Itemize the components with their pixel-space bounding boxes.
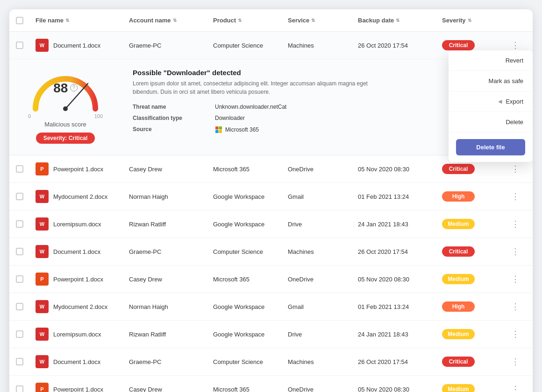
row-actions[interactable]: ⋮ xyxy=(502,348,522,375)
rows-container: P Powerpoint 1.docx Casey Drew Microsoft… xyxy=(9,155,533,392)
sort-icon-file-name: ⇅ xyxy=(65,18,69,23)
row-checkbox-cell[interactable] xyxy=(9,296,30,317)
row-actions[interactable]: ⋮ xyxy=(502,321,522,348)
row-checkbox-cell[interactable] xyxy=(9,351,30,372)
more-button[interactable]: ⋮ xyxy=(507,245,523,259)
row-product: Computer Science xyxy=(207,352,282,372)
more-button[interactable]: ⋮ xyxy=(507,355,523,369)
row-checkbox[interactable] xyxy=(16,358,23,365)
expanded-panel: 88 ? 0 100 Malicious score Severity: Cri… xyxy=(9,59,533,155)
row-checkbox-cell[interactable] xyxy=(9,241,30,262)
row-checkbox-cell[interactable] xyxy=(9,269,30,289)
row-severity: Medium xyxy=(436,322,502,346)
row-checkbox[interactable] xyxy=(16,193,23,200)
more-button[interactable]: ⋮ xyxy=(507,272,523,286)
row-checkbox-cell[interactable] xyxy=(9,214,30,234)
sort-icon-backup-date: ⇅ xyxy=(396,18,399,23)
table-row: W Loremipsum.docx Rizwan Ratliff Google … xyxy=(9,321,533,348)
table-row: W Mydocument 2.docx Norman Haigh Google … xyxy=(9,183,533,210)
gauge-labels: 0 100 xyxy=(28,113,103,119)
row-product: Google Workspace xyxy=(207,297,282,317)
row-checkbox-cell[interactable] xyxy=(9,379,30,392)
row-checkbox[interactable] xyxy=(16,220,23,228)
context-menu: Revert Mark as safe ◀ Export Delete Dele… xyxy=(449,50,533,162)
source-label: Source xyxy=(133,126,207,133)
more-button[interactable]: ⋮ xyxy=(507,162,523,176)
row-checkbox[interactable] xyxy=(16,330,23,338)
menu-delete[interactable]: Delete xyxy=(449,112,533,133)
sort-icon-severity: ⇅ xyxy=(468,18,471,23)
row-file-name: W Loremipsum.docx xyxy=(30,321,123,347)
menu-mark-safe[interactable]: Mark as safe xyxy=(449,71,533,91)
export-arrow-icon: ◀ xyxy=(498,98,502,105)
row-product: Google Workspace xyxy=(207,214,282,234)
word-icon: W xyxy=(36,245,49,258)
select-all-checkbox[interactable] xyxy=(16,17,23,24)
row-file-name: W Mydocument 2.docx xyxy=(30,183,123,210)
delete-file-button[interactable]: Delete file xyxy=(456,139,525,155)
th-account-name[interactable]: Account name ⇅ xyxy=(123,9,207,31)
row-product: Google Workspace xyxy=(207,324,282,344)
score-section: 88 ? 0 100 Malicious score Severity: Cri… xyxy=(9,59,121,155)
more-button[interactable]: ⋮ xyxy=(507,217,523,231)
row-service: Machines xyxy=(282,242,352,262)
row1-file-name: W Document 1.docx xyxy=(30,32,123,58)
row-checkbox[interactable] xyxy=(16,165,23,173)
row-checkbox-cell[interactable] xyxy=(9,186,30,207)
severity-badge: Critical xyxy=(442,357,475,367)
word-icon: W xyxy=(36,328,49,341)
row-actions[interactable]: ⋮ xyxy=(502,376,522,392)
main-container: File name ⇅ Account name ⇅ Product ⇅ Ser… xyxy=(9,9,533,392)
malicious-score-gauge: 88 ? xyxy=(28,70,103,112)
svg-rect-2 xyxy=(215,126,219,130)
row-actions[interactable]: ⋮ xyxy=(502,238,522,265)
row1-product: Computer Science xyxy=(207,35,282,56)
more-button[interactable]: ⋮ xyxy=(507,189,523,203)
malicious-label: Malicious score xyxy=(44,121,86,128)
row-account-name: Norman Haigh xyxy=(123,297,207,317)
ppt-icon: P xyxy=(36,273,49,286)
th-product[interactable]: Product ⇅ xyxy=(207,9,282,31)
row-checkbox[interactable] xyxy=(16,385,23,392)
th-severity[interactable]: Severity ⇅ xyxy=(436,9,502,31)
malicious-score-value: 88 xyxy=(53,81,68,95)
row-product: Microsoft 365 xyxy=(207,379,282,392)
severity-badge: Critical xyxy=(442,164,475,174)
ms365-icon xyxy=(215,126,222,133)
th-backup-date[interactable]: Backup date ⇅ xyxy=(352,9,436,31)
row-actions[interactable]: ⋮ xyxy=(502,266,522,293)
more-button[interactable]: ⋮ xyxy=(507,300,523,314)
header-checkbox-cell[interactable] xyxy=(9,9,30,31)
th-actions xyxy=(502,9,522,31)
row-actions[interactable]: ⋮ xyxy=(502,210,522,238)
row-backup-date: 05 Nov 2020 08:30 xyxy=(352,159,436,179)
row-file-name: P Powerpoint 1.docx xyxy=(30,156,123,182)
row-checkbox[interactable] xyxy=(16,248,23,255)
row-checkbox[interactable] xyxy=(16,303,23,310)
row-checkbox[interactable] xyxy=(16,275,23,283)
svg-point-1 xyxy=(63,106,68,111)
row-actions[interactable]: ⋮ xyxy=(502,293,522,320)
th-service[interactable]: Service ⇅ xyxy=(282,9,352,31)
table-row: P Powerpoint 1.docx Casey Drew Microsoft… xyxy=(9,376,533,392)
severity-badge: Medium xyxy=(442,384,475,392)
sort-icon-service: ⇅ xyxy=(311,18,315,23)
row-backup-date: 01 Feb 2021 13:24 xyxy=(352,297,436,317)
row-actions[interactable]: ⋮ xyxy=(502,183,522,210)
row1-checkbox[interactable] xyxy=(16,42,23,49)
menu-revert[interactable]: Revert xyxy=(449,50,533,71)
row-account-name: Casey Drew xyxy=(123,159,207,179)
row-checkbox-cell[interactable] xyxy=(9,159,30,179)
more-button[interactable]: ⋮ xyxy=(507,327,523,341)
row1-checkbox-cell[interactable] xyxy=(9,35,30,56)
help-icon[interactable]: ? xyxy=(70,84,78,91)
menu-export[interactable]: ◀ Export xyxy=(449,91,533,112)
more-button[interactable]: ⋮ xyxy=(507,382,523,392)
row-service: Gmail xyxy=(282,187,352,207)
row-account-name: Rizwan Ratliff xyxy=(123,214,207,234)
th-file-name[interactable]: File name ⇅ xyxy=(30,9,123,31)
row-checkbox-cell[interactable] xyxy=(9,324,30,344)
row-backup-date: 01 Feb 2021 13:24 xyxy=(352,187,436,207)
word-icon: W xyxy=(36,355,49,368)
row-product: Microsoft 365 xyxy=(207,159,282,179)
